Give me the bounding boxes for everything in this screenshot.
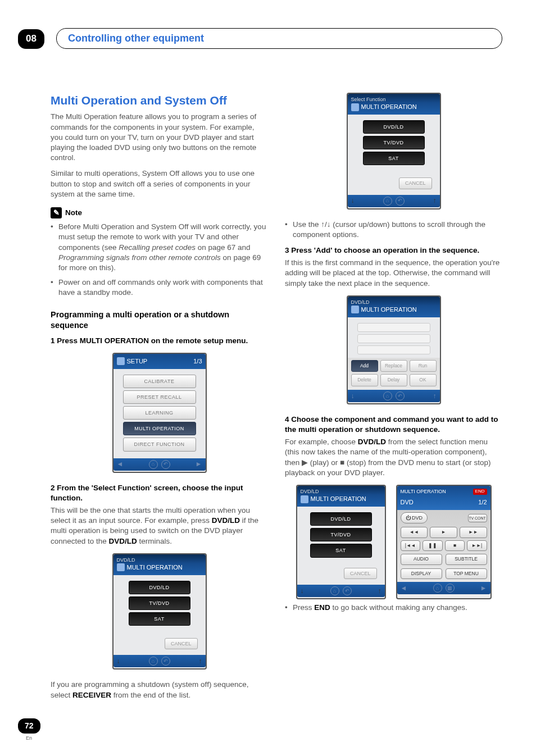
back-icon[interactable]: ↶ <box>343 586 352 595</box>
subsection-heading: Programming a multi operation or a shutd… <box>51 309 268 331</box>
menu-item-calibrate[interactable]: CALIBRATE <box>123 375 196 388</box>
page-content: Multi Operation and System Off The Multi… <box>51 93 502 705</box>
menu-item-tv-dvd[interactable]: TV/DVD <box>310 528 372 541</box>
arrow-up-icon[interactable]: ↑ <box>199 657 202 666</box>
menu-item-tv-dvd[interactable]: TV/DVD <box>363 136 425 149</box>
screen-icon <box>117 357 125 365</box>
sequence-slot <box>357 345 430 354</box>
menu-item-preset-recall[interactable]: PRESET RECALL <box>123 390 196 404</box>
home-icon[interactable]: ⌂ <box>330 586 339 595</box>
replace-button[interactable]: Replace <box>380 360 407 372</box>
menu-item-tv-dvd[interactable]: TV/DVD <box>129 596 190 610</box>
menu-item-direct-function[interactable]: DIRECT FUNCTION <box>123 438 196 451</box>
prev-track-button[interactable]: |◄◄ <box>401 540 421 551</box>
next-track-button[interactable]: ►►| <box>467 540 487 551</box>
delay-button[interactable]: Delay <box>380 374 407 386</box>
menu-item-dvd-ld[interactable]: DVD/LD <box>129 581 190 594</box>
text: on page 67 and <box>196 243 251 252</box>
arrow-right-icon[interactable]: ► <box>480 584 487 593</box>
arrow-up-icon[interactable]: ↑ <box>378 586 381 595</box>
note-header: Note <box>51 207 268 218</box>
home-icon[interactable]: ⌂ <box>383 391 392 400</box>
home-icon[interactable]: ⌂ <box>149 460 158 469</box>
text-bold: DVD/LD <box>358 438 386 446</box>
arrow-left-icon[interactable]: ◄ <box>401 584 407 593</box>
text-bold: END <box>314 603 330 612</box>
arrow-down-icon[interactable]: ↓ <box>301 586 304 595</box>
chapter-title: Controlling other equipment <box>56 28 502 49</box>
end-tip: Press END to go back without making any … <box>293 603 502 613</box>
back-icon[interactable]: ↶ <box>161 460 170 469</box>
play-button[interactable]: ► <box>430 527 457 538</box>
menu-item-multi-operation[interactable]: MULTI OPERATION <box>123 422 196 435</box>
col2-intro: If you are programming a shutdown (syste… <box>51 680 268 700</box>
keypad-icon[interactable]: ▦ <box>446 584 455 593</box>
stop-button[interactable]: ■ <box>445 540 465 551</box>
back-icon[interactable]: ↶ <box>396 391 405 400</box>
step-2-body: This will be the one that starts the mul… <box>51 505 268 546</box>
text: terminals. <box>137 537 172 545</box>
arrow-up-icon[interactable]: ↑ <box>433 196 437 205</box>
ok-button[interactable]: OK <box>410 374 437 386</box>
text: from the end of the list. <box>111 691 190 699</box>
end-tip-list: Press END to go back without making any … <box>285 603 502 613</box>
home-icon[interactable]: ⌂ <box>383 197 392 206</box>
arrow-down-icon[interactable]: ↓ <box>117 657 120 666</box>
screen-title: MULTI OPERATION <box>311 495 366 503</box>
arrow-right-icon[interactable]: ► <box>196 459 202 468</box>
note-list: Before Multi Operation and System Off wi… <box>51 222 268 298</box>
sequence-slot <box>357 323 430 332</box>
remote-screen-select-function-b: Select Function MULTI OPERATION DVD/LD T… <box>347 93 441 210</box>
screen-title: MULTI OPERATION <box>127 563 183 572</box>
menu-item-dvd-ld[interactable]: DVD/LD <box>310 512 372 526</box>
cancel-button[interactable]: CANCEL <box>399 177 432 189</box>
nav-bar: ◄ ⌂ ↶ ► <box>113 458 206 471</box>
cursor-tip-list: Use the ↑/↓ (cursor up/down) buttons to … <box>285 220 502 240</box>
text-bold: DVD/LD <box>109 537 137 545</box>
remote-screen-select-function-a: DVD/LD MULTI OPERATION DVD/LD TV/DVD SAT… <box>112 553 207 670</box>
back-icon[interactable]: ↶ <box>396 197 405 206</box>
home-icon[interactable]: ⌂ <box>149 657 158 666</box>
menu-item-sat[interactable]: SAT <box>363 152 425 165</box>
top-menu-button[interactable]: TOP MENU <box>446 568 487 579</box>
screen-header-small: MULTI OPERATION <box>401 488 446 495</box>
screen-title: MULTI OPERATION <box>361 306 417 314</box>
note-item-1: Before Multi Operation and System Off wi… <box>58 222 268 273</box>
step-3-body: If this is the first command in the sequ… <box>285 258 502 289</box>
end-badge[interactable]: END <box>473 489 487 495</box>
home-icon[interactable]: ⌂ <box>433 584 442 593</box>
page-language: En <box>26 735 32 741</box>
nav-bar: ↓ ⌂ ↶ ↑ <box>297 585 385 597</box>
arrow-left-icon[interactable]: ◄ <box>117 459 124 468</box>
add-button[interactable]: Add <box>351 360 378 372</box>
menu-item-sat[interactable]: SAT <box>129 612 190 626</box>
screen-counter: 1/3 <box>193 357 202 366</box>
remote-screen-dvd-controls: MULTI OPERATION END DVD 1/2 ⏻ DVD TV CON… <box>396 485 492 599</box>
menu-item-learning[interactable]: LEARNING <box>123 406 196 420</box>
cancel-button[interactable]: CANCEL <box>165 638 198 649</box>
power-dvd-button[interactable]: ⏻ DVD <box>401 512 428 523</box>
run-button[interactable]: Run <box>410 360 437 372</box>
arrow-up-icon[interactable]: ↑ <box>433 391 437 400</box>
delete-button[interactable]: Delete <box>351 374 378 386</box>
fast-forward-button[interactable]: ►► <box>460 527 487 538</box>
menu-item-dvd-ld[interactable]: DVD/LD <box>363 120 425 134</box>
cancel-button[interactable]: CANCEL <box>344 568 377 579</box>
tv-cont-button[interactable]: TV CONT <box>468 514 487 522</box>
pause-button[interactable]: ❚❚ <box>423 540 443 551</box>
text-bold: RECEIVER <box>72 691 111 699</box>
arrow-down-icon[interactable]: ↓ <box>351 196 355 205</box>
note-item-2: Power on and off commands only work with… <box>58 277 268 298</box>
arrow-down-icon[interactable]: ↓ <box>351 391 355 400</box>
text: to go back without making any changes. <box>330 603 467 612</box>
rewind-button[interactable]: ◄◄ <box>401 527 428 538</box>
cursor-tip: Use the ↑/↓ (cursor up/down) buttons to … <box>293 220 502 240</box>
subtitle-button[interactable]: SUBTITLE <box>446 554 487 564</box>
back-icon[interactable]: ↶ <box>161 657 170 666</box>
step-4-heading: 4 Choose the component and command you w… <box>285 415 502 435</box>
screen-subtitle: DVD/LD <box>348 297 440 306</box>
screen-line2-left: DVD <box>401 498 414 507</box>
display-button[interactable]: DISPLAY <box>401 568 442 579</box>
audio-button[interactable]: AUDIO <box>401 554 442 564</box>
menu-item-sat[interactable]: SAT <box>310 544 372 557</box>
